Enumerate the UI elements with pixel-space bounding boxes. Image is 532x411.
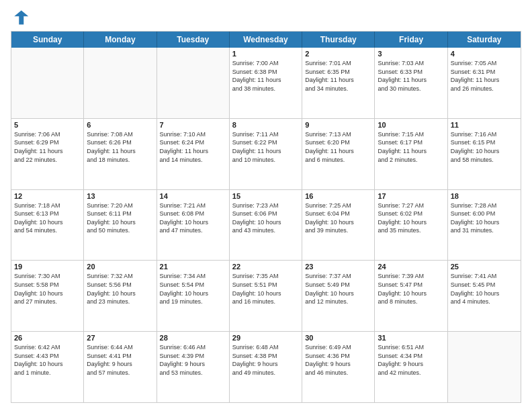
day-info: Sunrise: 7:11 AM Sunset: 6:22 PM Dayligh…: [232, 130, 299, 164]
day-info: Sunrise: 6:51 AM Sunset: 4:34 PM Dayligh…: [378, 343, 444, 377]
day-number: 24: [378, 263, 444, 271]
cal-cell: 17Sunrise: 7:27 AM Sunset: 6:02 PM Dayli…: [375, 190, 447, 261]
cal-cell: 2Sunrise: 7:01 AM Sunset: 6:35 PM Daylig…: [302, 48, 375, 118]
day-number: 23: [305, 263, 371, 271]
day-number: 26: [14, 334, 81, 342]
day-info: Sunrise: 7:15 AM Sunset: 6:17 PM Dayligh…: [378, 130, 444, 164]
day-number: 18: [451, 192, 518, 200]
cal-cell: 20Sunrise: 7:32 AM Sunset: 5:56 PM Dayli…: [84, 261, 157, 331]
day-info: Sunrise: 7:27 AM Sunset: 6:02 PM Dayligh…: [378, 201, 444, 235]
day-number: 7: [160, 121, 226, 129]
logo: [11, 8, 32, 27]
cal-cell: 10Sunrise: 7:15 AM Sunset: 6:17 PM Dayli…: [375, 119, 447, 189]
calendar-body: 1Sunrise: 7:00 AM Sunset: 6:38 PM Daylig…: [11, 48, 521, 402]
cal-cell: 26Sunrise: 6:42 AM Sunset: 4:43 PM Dayli…: [11, 332, 84, 402]
header-cell-friday: Friday: [375, 32, 447, 48]
day-number: 27: [87, 334, 153, 342]
cal-cell: 9Sunrise: 7:13 AM Sunset: 6:20 PM Daylig…: [302, 119, 375, 189]
day-info: Sunrise: 7:05 AM Sunset: 6:31 PM Dayligh…: [451, 59, 518, 93]
day-info: Sunrise: 7:18 AM Sunset: 6:13 PM Dayligh…: [14, 201, 81, 235]
day-number: 4: [451, 50, 518, 58]
cal-cell: 30Sunrise: 6:49 AM Sunset: 4:36 PM Dayli…: [302, 332, 375, 402]
day-info: Sunrise: 7:25 AM Sunset: 6:04 PM Dayligh…: [305, 201, 371, 235]
day-number: 3: [378, 50, 444, 58]
cal-cell: 13Sunrise: 7:20 AM Sunset: 6:11 PM Dayli…: [84, 190, 157, 261]
day-info: Sunrise: 7:39 AM Sunset: 5:47 PM Dayligh…: [378, 272, 444, 306]
cal-row-4: 26Sunrise: 6:42 AM Sunset: 4:43 PM Dayli…: [11, 332, 521, 402]
cal-row-0: 1Sunrise: 7:00 AM Sunset: 6:38 PM Daylig…: [11, 48, 521, 119]
day-info: Sunrise: 7:03 AM Sunset: 6:33 PM Dayligh…: [378, 59, 444, 93]
cal-row-1: 5Sunrise: 7:06 AM Sunset: 6:29 PM Daylig…: [11, 119, 521, 190]
header-cell-sunday: Sunday: [11, 32, 84, 48]
cal-cell: 24Sunrise: 7:39 AM Sunset: 5:47 PM Dayli…: [375, 261, 447, 331]
day-number: 28: [160, 334, 226, 342]
cal-cell: 11Sunrise: 7:16 AM Sunset: 6:15 PM Dayli…: [448, 119, 521, 189]
day-info: Sunrise: 6:44 AM Sunset: 4:41 PM Dayligh…: [87, 343, 153, 377]
cal-cell: 22Sunrise: 7:35 AM Sunset: 5:51 PM Dayli…: [230, 261, 302, 331]
day-number: 12: [14, 192, 81, 200]
day-number: 30: [305, 334, 371, 342]
page: SundayMondayTuesdayWednesdayThursdayFrid…: [0, 0, 532, 411]
day-number: 25: [451, 263, 518, 271]
day-number: 8: [232, 121, 299, 129]
day-info: Sunrise: 7:20 AM Sunset: 6:11 PM Dayligh…: [87, 201, 153, 235]
day-info: Sunrise: 7:35 AM Sunset: 5:51 PM Dayligh…: [232, 272, 299, 306]
cal-cell: 8Sunrise: 7:11 AM Sunset: 6:22 PM Daylig…: [230, 119, 302, 189]
day-number: 31: [378, 334, 444, 342]
day-info: Sunrise: 7:10 AM Sunset: 6:24 PM Dayligh…: [160, 130, 226, 164]
cal-cell: [11, 48, 84, 118]
cal-cell: 4Sunrise: 7:05 AM Sunset: 6:31 PM Daylig…: [448, 48, 521, 118]
cal-cell: [448, 332, 521, 402]
cal-cell: 12Sunrise: 7:18 AM Sunset: 6:13 PM Dayli…: [11, 190, 84, 261]
day-info: Sunrise: 6:49 AM Sunset: 4:36 PM Dayligh…: [305, 343, 371, 377]
day-number: 2: [305, 50, 371, 58]
day-number: 19: [14, 263, 81, 271]
day-number: 14: [160, 192, 226, 200]
cal-cell: 3Sunrise: 7:03 AM Sunset: 6:33 PM Daylig…: [375, 48, 447, 118]
day-info: Sunrise: 6:48 AM Sunset: 4:38 PM Dayligh…: [232, 343, 299, 377]
cal-cell: 19Sunrise: 7:30 AM Sunset: 5:58 PM Dayli…: [11, 261, 84, 331]
header-cell-thursday: Thursday: [302, 32, 375, 48]
day-info: Sunrise: 7:06 AM Sunset: 6:29 PM Dayligh…: [14, 130, 81, 164]
day-info: Sunrise: 7:41 AM Sunset: 5:45 PM Dayligh…: [451, 272, 518, 306]
day-number: 16: [305, 192, 371, 200]
cal-row-2: 12Sunrise: 7:18 AM Sunset: 6:13 PM Dayli…: [11, 190, 521, 261]
day-number: 13: [87, 192, 153, 200]
day-number: 22: [232, 263, 299, 271]
cal-cell: 31Sunrise: 6:51 AM Sunset: 4:34 PM Dayli…: [375, 332, 447, 402]
header-cell-tuesday: Tuesday: [157, 32, 230, 48]
day-info: Sunrise: 7:34 AM Sunset: 5:54 PM Dayligh…: [160, 272, 226, 306]
cal-cell: 28Sunrise: 6:46 AM Sunset: 4:39 PM Dayli…: [157, 332, 230, 402]
day-number: 9: [305, 121, 371, 129]
day-number: 21: [160, 263, 226, 271]
cal-cell: 18Sunrise: 7:28 AM Sunset: 6:00 PM Dayli…: [448, 190, 521, 261]
day-number: 29: [232, 334, 299, 342]
cal-cell: 21Sunrise: 7:34 AM Sunset: 5:54 PM Dayli…: [157, 261, 230, 331]
cal-cell: 25Sunrise: 7:41 AM Sunset: 5:45 PM Dayli…: [448, 261, 521, 331]
day-info: Sunrise: 7:00 AM Sunset: 6:38 PM Dayligh…: [232, 59, 299, 93]
cal-cell: 6Sunrise: 7:08 AM Sunset: 6:26 PM Daylig…: [84, 119, 157, 189]
cal-cell: 27Sunrise: 6:44 AM Sunset: 4:41 PM Dayli…: [84, 332, 157, 402]
day-number: 6: [87, 121, 153, 129]
day-info: Sunrise: 7:37 AM Sunset: 5:49 PM Dayligh…: [305, 272, 371, 306]
day-info: Sunrise: 7:08 AM Sunset: 6:26 PM Dayligh…: [87, 130, 153, 164]
cal-cell: 7Sunrise: 7:10 AM Sunset: 6:24 PM Daylig…: [157, 119, 230, 189]
day-info: Sunrise: 6:46 AM Sunset: 4:39 PM Dayligh…: [160, 343, 226, 377]
calendar: SundayMondayTuesdayWednesdayThursdayFrid…: [11, 31, 521, 403]
day-info: Sunrise: 7:21 AM Sunset: 6:08 PM Dayligh…: [160, 201, 226, 235]
cal-cell: 15Sunrise: 7:23 AM Sunset: 6:06 PM Dayli…: [230, 190, 302, 261]
cal-cell: 23Sunrise: 7:37 AM Sunset: 5:49 PM Dayli…: [302, 261, 375, 331]
calendar-header: SundayMondayTuesdayWednesdayThursdayFrid…: [11, 32, 521, 48]
day-info: Sunrise: 7:16 AM Sunset: 6:15 PM Dayligh…: [451, 130, 518, 164]
cal-cell: [84, 48, 157, 118]
header: [11, 8, 521, 27]
cal-cell: 1Sunrise: 7:00 AM Sunset: 6:38 PM Daylig…: [230, 48, 302, 118]
day-number: 11: [451, 121, 518, 129]
day-info: Sunrise: 7:30 AM Sunset: 5:58 PM Dayligh…: [14, 272, 81, 306]
day-number: 15: [232, 192, 299, 200]
day-number: 10: [378, 121, 444, 129]
cal-cell: 16Sunrise: 7:25 AM Sunset: 6:04 PM Dayli…: [302, 190, 375, 261]
day-number: 5: [14, 121, 81, 129]
cal-cell: 5Sunrise: 7:06 AM Sunset: 6:29 PM Daylig…: [11, 119, 84, 189]
cal-cell: 29Sunrise: 6:48 AM Sunset: 4:38 PM Dayli…: [230, 332, 302, 402]
